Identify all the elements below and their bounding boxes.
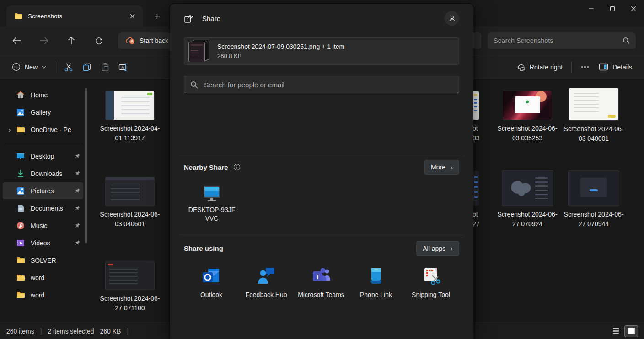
file-item[interactable]: Screenshot 2024-06-03 040601	[100, 177, 160, 229]
share-search-input[interactable]: Search for people or email	[184, 76, 459, 93]
person-icon	[449, 15, 456, 22]
file-thumbnail	[473, 171, 479, 206]
share-search-placeholder: Search for people or email	[204, 81, 284, 89]
nearby-device[interactable]: DESKTOP-93JF VVC	[184, 185, 240, 223]
search-icon	[190, 81, 198, 89]
section-divider	[180, 154, 463, 154]
large-icons-view-icon[interactable]	[625, 326, 638, 337]
share-apps-row: Outlook Feedback Hub T Microsoft Teams P…	[184, 266, 459, 300]
file-item[interactable]: Screenshot 2024-06-27 070924	[497, 171, 558, 229]
file-thumbnail	[106, 91, 154, 120]
file-item[interactable]: Screenshot 2024-06-03 040001	[564, 88, 624, 143]
account-button[interactable]	[445, 11, 459, 26]
app-phone-link[interactable]: Phone Link	[349, 266, 403, 300]
all-apps-button[interactable]: All apps ›	[416, 241, 459, 256]
svg-text:T: T	[316, 273, 320, 280]
share-dialog: Share Screenshot 2024-07-09 030251.png +…	[170, 4, 473, 339]
section-divider	[180, 235, 463, 235]
status-divider: |	[127, 328, 129, 335]
file-name: Screenshot 2024-06-27 071100	[100, 294, 160, 313]
file-thumbnail	[473, 91, 479, 120]
info-icon[interactable]	[233, 164, 241, 171]
file-explorer-window: Screenshots	[0, 0, 644, 339]
share-using-section: Share using All apps ›	[184, 241, 459, 256]
outlook-icon	[202, 266, 221, 286]
file-thumbnail	[106, 261, 154, 290]
device-name: DESKTOP-93JF VVC	[186, 206, 237, 223]
share-file-size: 260.8 KB	[217, 53, 344, 59]
file-item[interactable]: Screenshot 2024-04-01 113917	[100, 91, 160, 143]
file-name: Screenshot 2024-06-03 040601	[100, 210, 160, 229]
file-item[interactable]: Screenshot 2024-06-27 071100	[100, 261, 160, 313]
chevron-right-icon: ›	[451, 164, 453, 171]
selection-size: 260 KB	[100, 328, 121, 335]
file-name: Screenshot 2024-06-27 070944	[564, 210, 624, 229]
file-thumbnail	[502, 171, 553, 206]
file-name-clipped: ot 03	[472, 124, 484, 143]
file-thumbnail	[569, 171, 619, 206]
file-thumbnail	[569, 88, 618, 120]
app-snipping-tool[interactable]: Snipping Tool	[403, 266, 458, 300]
share-file-name: Screenshot 2024-07-09 030251.png + 1 ite…	[217, 43, 344, 50]
selection-count: 2 items selected	[48, 328, 94, 335]
file-name-clipped: ot 27	[472, 210, 484, 229]
nearby-more-button[interactable]: More ›	[424, 160, 459, 175]
file-name: Screenshot 2024-04-01 113917	[100, 124, 160, 143]
share-using-heading: Share using	[184, 244, 223, 252]
file-thumbnail	[503, 91, 552, 120]
status-divider: |	[40, 328, 42, 335]
file-thumbnail	[106, 177, 154, 206]
file-item-clipped[interactable]	[473, 91, 479, 120]
list-view-icon[interactable]	[609, 326, 622, 337]
monitor-icon	[202, 185, 222, 202]
file-item[interactable]: Screenshot 2024-06-27 070944	[564, 171, 624, 229]
snipping-tool-icon	[421, 266, 440, 286]
share-dialog-title: Share	[202, 15, 436, 22]
file-name: Screenshot 2024-06-03 040001	[564, 124, 624, 143]
teams-icon: T	[311, 266, 331, 286]
phone-link-icon	[366, 266, 386, 286]
file-item[interactable]: Screenshot 2024-06-03 035253	[497, 91, 558, 143]
file-item-clipped[interactable]	[473, 171, 479, 206]
nearby-share-section: Nearby Share More ›	[184, 159, 459, 175]
share-dialog-header: Share	[184, 10, 459, 26]
file-name: Screenshot 2024-06-03 035253	[497, 124, 558, 143]
file-name: Screenshot 2024-06-27 070924	[497, 210, 558, 229]
nearby-share-heading: Nearby Share	[184, 164, 228, 171]
feedback-hub-icon	[257, 266, 276, 286]
file-stack-icon	[188, 40, 209, 63]
share-file-summary: Screenshot 2024-07-09 030251.png + 1 ite…	[184, 37, 459, 65]
app-microsoft-teams[interactable]: T Microsoft Teams	[294, 266, 349, 300]
app-outlook[interactable]: Outlook	[184, 266, 239, 300]
share-icon	[184, 14, 194, 23]
chevron-right-icon: ›	[451, 245, 453, 252]
app-feedback-hub[interactable]: Feedback Hub	[239, 266, 294, 300]
items-count: 260 items	[6, 328, 34, 335]
